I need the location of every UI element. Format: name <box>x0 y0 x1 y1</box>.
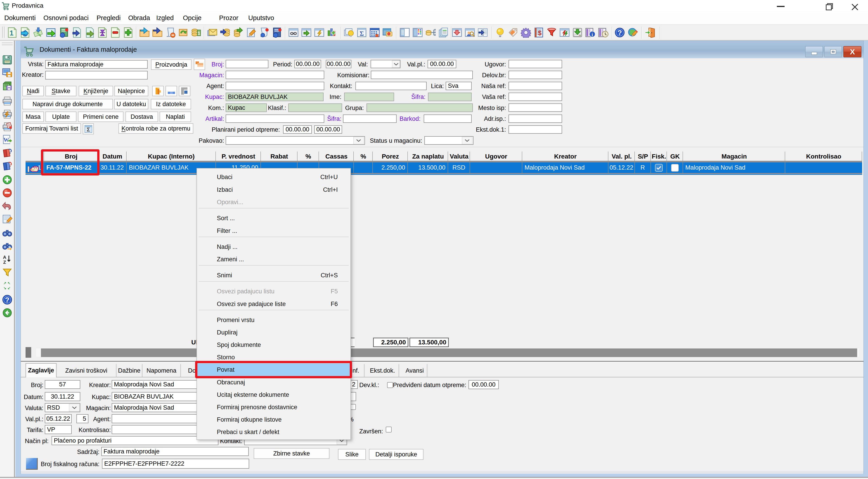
svg-text:Σ: Σ <box>87 127 90 133</box>
